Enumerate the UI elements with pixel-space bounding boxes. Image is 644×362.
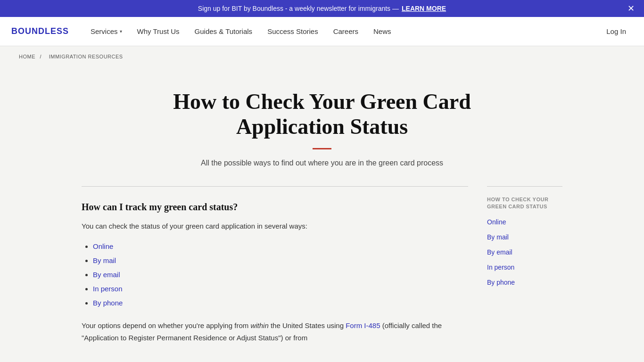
- in-person-link[interactable]: In person: [93, 285, 123, 293]
- intro-paragraph: You can check the status of your green c…: [82, 220, 468, 232]
- hero-subtitle: All the possible ways to find out where …: [181, 159, 463, 167]
- nav-links-container: Services ▾ Why Trust Us Guides & Tutoria…: [84, 24, 600, 39]
- toc-link-by-mail[interactable]: By mail: [487, 233, 562, 241]
- nav-link-guides[interactable]: Guides & Tutorials: [188, 24, 259, 39]
- announcement-banner: Sign up for BIT by Boundless - a weekly …: [0, 0, 644, 17]
- main-nav: BOUNDLESS Services ▾ Why Trust Us Guides…: [0, 17, 644, 46]
- nav-link-services[interactable]: Services ▾: [84, 24, 129, 39]
- list-item: By email: [93, 268, 468, 282]
- toc-link-by-email[interactable]: By email: [487, 248, 562, 256]
- nav-link-why-trust-us[interactable]: Why Trust Us: [131, 24, 186, 39]
- italic-text: within: [250, 321, 268, 329]
- toc-link-in-person[interactable]: In person: [487, 263, 562, 271]
- list-item: By phone: [93, 296, 468, 310]
- list-item: By mail: [93, 254, 468, 268]
- section-heading: How can I track my green card status?: [82, 202, 468, 213]
- breadcrumb-current: IMMIGRATION RESOURCES: [49, 54, 123, 59]
- table-of-contents: HOW TO CHECK YOUR GREEN CARD STATUS Onli…: [487, 186, 562, 352]
- content-divider: [82, 186, 468, 187]
- banner-text: Sign up for BIT by Boundless - a weekly …: [198, 5, 399, 12]
- ways-list: Online By mail By email In person By pho…: [93, 239, 468, 310]
- by-email-link[interactable]: By email: [93, 271, 120, 279]
- list-item: In person: [93, 282, 468, 296]
- nav-link-careers[interactable]: Careers: [327, 24, 365, 39]
- breadcrumb-home[interactable]: HOME: [19, 54, 35, 59]
- site-logo[interactable]: BOUNDLESS: [11, 26, 69, 36]
- nav-link-success-stories[interactable]: Success Stories: [261, 24, 325, 39]
- toc-link-online[interactable]: Online: [487, 218, 562, 226]
- content-area: How can I track my green card status? Yo…: [63, 186, 581, 362]
- by-mail-link[interactable]: By mail: [93, 256, 116, 264]
- by-phone-link[interactable]: By phone: [93, 299, 123, 307]
- toc-links-container: Online By mail By email In person By pho…: [487, 218, 562, 286]
- page-title: How to Check Your Green Card Application…: [119, 90, 525, 140]
- sidebar-divider: [487, 186, 562, 187]
- breadcrumb-separator: /: [40, 54, 42, 59]
- banner-close-button[interactable]: ✕: [627, 4, 635, 13]
- body-paragraph: Your options depend on whether you're ap…: [82, 320, 468, 344]
- list-item: Online: [93, 239, 468, 254]
- form-i485-link[interactable]: Form I-485: [346, 321, 380, 329]
- banner-learn-more-link[interactable]: LEARN MORE: [402, 5, 446, 12]
- hero-section: How to Check Your Green Card Application…: [0, 67, 644, 186]
- toc-heading: HOW TO CHECK YOUR GREEN CARD STATUS: [487, 196, 562, 211]
- toc-link-by-phone[interactable]: By phone: [487, 279, 562, 286]
- breadcrumb: HOME / IMMIGRATION RESOURCES: [0, 46, 644, 67]
- nav-link-news[interactable]: News: [367, 24, 398, 39]
- main-content: How can I track my green card status? Yo…: [82, 186, 468, 352]
- chevron-down-icon: ▾: [120, 29, 122, 34]
- hero-divider: [313, 148, 331, 149]
- online-link[interactable]: Online: [93, 242, 113, 250]
- login-link[interactable]: Log In: [600, 24, 633, 39]
